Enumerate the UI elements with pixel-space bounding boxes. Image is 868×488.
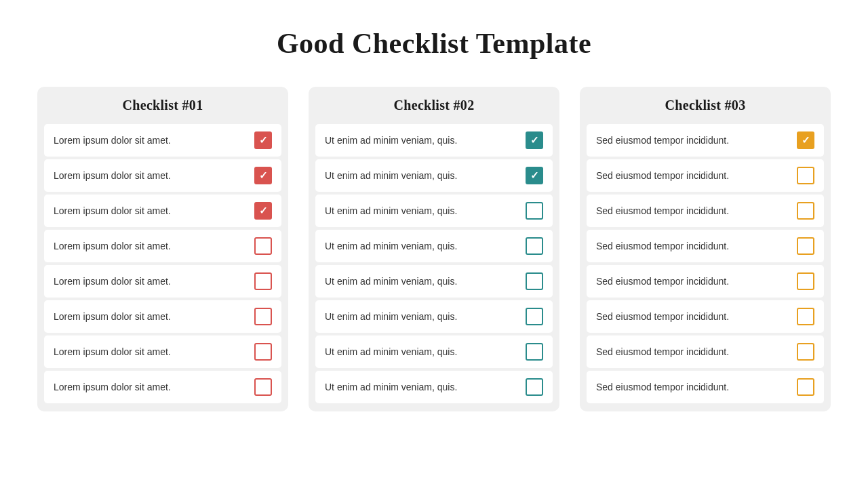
item-text: Ut enim ad minim veniam, quis. xyxy=(325,135,457,146)
list-item: Ut enim ad minim veniam, quis. xyxy=(315,230,553,262)
list-item: Lorem ipsum dolor sit amet. xyxy=(44,159,281,192)
item-text: Ut enim ad minim veniam, quis. xyxy=(325,311,457,322)
list-item: Sed eiusmod tempor incididunt. xyxy=(587,300,824,333)
list-item: Lorem ipsum dolor sit amet. xyxy=(44,195,281,227)
item-text: Lorem ipsum dolor sit amet. xyxy=(54,311,171,322)
list-item: Sed eiusmod tempor incididunt. xyxy=(587,195,824,227)
list-item: Sed eiusmod tempor incididunt. xyxy=(587,159,824,192)
checkbox[interactable] xyxy=(797,131,814,149)
checkbox[interactable] xyxy=(526,378,543,396)
checkbox[interactable] xyxy=(526,167,543,184)
checklist-card-2: Checklist #02Ut enim ad minim veniam, qu… xyxy=(309,87,559,411)
list-item: Lorem ipsum dolor sit amet. xyxy=(44,265,281,298)
item-text: Lorem ipsum dolor sit amet. xyxy=(54,382,171,392)
checklist-items-2: Ut enim ad minim veniam, quis.Ut enim ad… xyxy=(309,124,559,403)
item-text: Lorem ipsum dolor sit amet. xyxy=(54,276,171,287)
list-item: Ut enim ad minim veniam, quis. xyxy=(315,300,553,333)
item-text: Ut enim ad minim veniam, quis. xyxy=(325,205,457,216)
list-item: Sed eiusmod tempor incididunt. xyxy=(587,124,824,157)
item-text: Ut enim ad minim veniam, quis. xyxy=(325,241,457,251)
checklist-header-1: Checklist #01 xyxy=(37,87,288,124)
item-text: Lorem ipsum dolor sit amet. xyxy=(54,205,171,216)
list-item: Lorem ipsum dolor sit amet. xyxy=(44,300,281,333)
checkbox[interactable] xyxy=(797,202,814,220)
checklists-container: Checklist #01Lorem ipsum dolor sit amet.… xyxy=(27,87,841,411)
checkbox[interactable] xyxy=(526,308,543,325)
checklist-items-1: Lorem ipsum dolor sit amet.Lorem ipsum d… xyxy=(37,124,288,403)
list-item: Ut enim ad minim veniam, quis. xyxy=(315,265,553,298)
checklist-header-3: Checklist #03 xyxy=(580,87,831,124)
list-item: Ut enim ad minim veniam, quis. xyxy=(315,195,553,227)
list-item: Ut enim ad minim veniam, quis. xyxy=(315,159,553,192)
checkbox[interactable] xyxy=(797,378,814,396)
list-item: Ut enim ad minim veniam, quis. xyxy=(315,124,553,157)
item-text: Lorem ipsum dolor sit amet. xyxy=(54,170,171,181)
item-text: Ut enim ad minim veniam, quis. xyxy=(325,382,457,392)
list-item: Sed eiusmod tempor incididunt. xyxy=(587,336,824,368)
checklist-card-3: Checklist #03Sed eiusmod tempor incididu… xyxy=(580,87,831,411)
item-text: Sed eiusmod tempor incididunt. xyxy=(596,311,729,322)
list-item: Lorem ipsum dolor sit amet. xyxy=(44,230,281,262)
item-text: Sed eiusmod tempor incididunt. xyxy=(596,205,729,216)
item-text: Sed eiusmod tempor incididunt. xyxy=(596,382,729,392)
item-text: Sed eiusmod tempor incididunt. xyxy=(596,241,729,251)
list-item: Ut enim ad minim veniam, quis. xyxy=(315,336,553,368)
list-item: Sed eiusmod tempor incididunt. xyxy=(587,230,824,262)
checkbox[interactable] xyxy=(526,343,543,361)
checkbox[interactable] xyxy=(526,131,543,149)
checklist-items-3: Sed eiusmod tempor incididunt.Sed eiusmo… xyxy=(580,124,831,403)
checkbox[interactable] xyxy=(254,308,272,325)
list-item: Lorem ipsum dolor sit amet. xyxy=(44,336,281,368)
list-item: Sed eiusmod tempor incididunt. xyxy=(587,265,824,298)
item-text: Lorem ipsum dolor sit amet. xyxy=(54,241,171,251)
checkbox[interactable] xyxy=(526,237,543,255)
list-item: Ut enim ad minim veniam, quis. xyxy=(315,371,553,403)
checkbox[interactable] xyxy=(254,202,272,220)
item-text: Sed eiusmod tempor incididunt. xyxy=(596,346,729,357)
checkbox[interactable] xyxy=(254,237,272,255)
item-text: Sed eiusmod tempor incididunt. xyxy=(596,135,729,146)
list-item: Sed eiusmod tempor incididunt. xyxy=(587,371,824,403)
checklist-card-1: Checklist #01Lorem ipsum dolor sit amet.… xyxy=(37,87,288,411)
item-text: Ut enim ad minim veniam, quis. xyxy=(325,170,457,181)
checkbox[interactable] xyxy=(797,308,814,325)
list-item: Lorem ipsum dolor sit amet. xyxy=(44,124,281,157)
item-text: Lorem ipsum dolor sit amet. xyxy=(54,346,171,357)
checkbox[interactable] xyxy=(526,202,543,220)
checkbox[interactable] xyxy=(254,378,272,396)
item-text: Ut enim ad minim veniam, quis. xyxy=(325,346,457,357)
checkbox[interactable] xyxy=(526,272,543,290)
item-text: Lorem ipsum dolor sit amet. xyxy=(54,135,171,146)
list-item: Lorem ipsum dolor sit amet. xyxy=(44,371,281,403)
checklist-header-2: Checklist #02 xyxy=(309,87,559,124)
item-text: Sed eiusmod tempor incididunt. xyxy=(596,170,729,181)
item-text: Sed eiusmod tempor incididunt. xyxy=(596,276,729,287)
item-text: Ut enim ad minim veniam, quis. xyxy=(325,276,457,287)
checkbox[interactable] xyxy=(797,343,814,361)
checkbox[interactable] xyxy=(254,343,272,361)
checkbox[interactable] xyxy=(254,167,272,184)
page-title: Good Checklist Template xyxy=(277,27,591,60)
checkbox[interactable] xyxy=(797,272,814,290)
checkbox[interactable] xyxy=(797,237,814,255)
checkbox[interactable] xyxy=(254,272,272,290)
checkbox[interactable] xyxy=(254,131,272,149)
checkbox[interactable] xyxy=(797,167,814,184)
